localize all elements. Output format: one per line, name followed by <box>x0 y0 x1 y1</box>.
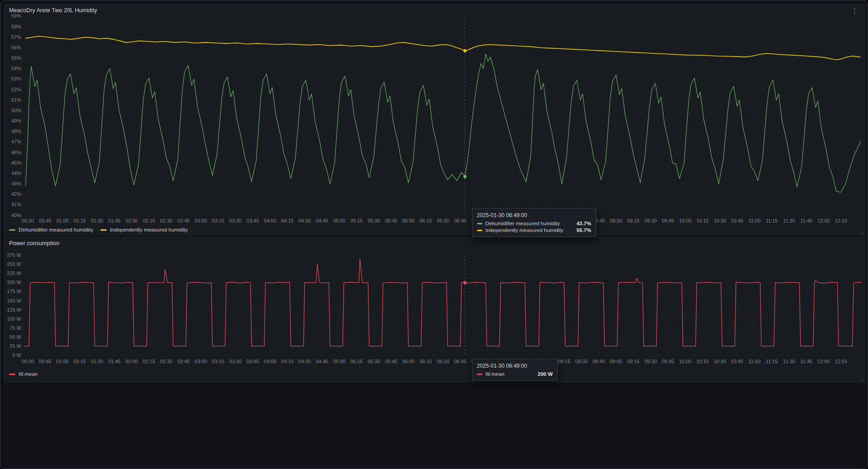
tooltip-row: W.mean200 W <box>477 371 553 377</box>
x-axis-tick-label: 01:30 <box>91 218 103 223</box>
tooltip-series-label: Independently measured humidity <box>486 227 564 233</box>
y-axis-tick-label: 45% <box>11 160 21 166</box>
x-axis-tick-label: 09:45 <box>662 218 674 223</box>
legend-swatch-icon <box>100 229 107 231</box>
x-axis-tick-label: 11:00 <box>748 218 760 223</box>
panel-resize-handle[interactable] <box>860 378 864 382</box>
y-axis-tick-label: 44% <box>11 171 21 176</box>
x-axis-tick-label: 02:30 <box>160 218 172 223</box>
x-axis-tick-label: 02:15 <box>143 218 155 223</box>
panel-resize-handle[interactable] <box>860 230 864 234</box>
y-axis-tick-label: 47% <box>11 139 21 144</box>
x-axis-tick-label: 01:45 <box>108 218 120 223</box>
y-axis-tick-label: 41% <box>11 202 21 207</box>
crosshair-point <box>463 281 467 284</box>
x-axis-tick-label: 01:30 <box>91 359 103 364</box>
x-axis-tick-label: 10:15 <box>696 359 708 364</box>
tooltip-series-swatch-icon <box>477 223 482 224</box>
tooltip-row: Independently measured humidity55.7% <box>477 227 591 233</box>
x-axis-tick-label: 04:00 <box>264 218 276 223</box>
y-axis-tick-label: 100 W <box>7 316 21 322</box>
x-axis-tick-label: 05:30 <box>368 218 380 223</box>
y-axis-tick-label: 40% <box>11 213 21 218</box>
x-axis-tick-label: 03:00 <box>195 359 207 364</box>
panel-power: Power consumption 275 W250 W225 W200 W17… <box>4 237 865 383</box>
tooltip-row: Dehumidifier measured humidity43.7% <box>477 221 591 226</box>
x-axis-tick-label: 09:30 <box>644 359 656 364</box>
x-axis-tick-label: 08:45 <box>593 359 605 364</box>
crosshair-point <box>463 49 467 52</box>
x-axis-tick-label: 12:00 <box>817 359 830 364</box>
tooltip-series-label: Dehumidifier measured humidity <box>486 221 560 226</box>
y-axis-tick-label: 150 W <box>7 298 21 303</box>
tooltip-series-value: 200 W <box>528 371 552 377</box>
legend-swatch-icon <box>9 374 15 375</box>
power-chart-plot[interactable]: 275 W250 W225 W200 W175 W150 W125 W100 W… <box>5 237 864 382</box>
x-axis-tick-label: 03:15 <box>212 359 224 364</box>
kebab-menu-icon[interactable]: ⋮ <box>849 6 860 15</box>
legend-item[interactable]: Dehumidifier measured humidity <box>9 227 93 232</box>
x-axis-tick-label: 05:15 <box>350 218 363 223</box>
tooltip-series-value: 43.7% <box>566 221 591 226</box>
y-axis-tick-label: 50 W <box>9 334 21 340</box>
y-axis-tick-label: 51% <box>11 97 21 103</box>
x-axis-tick-label: 04:45 <box>316 218 328 223</box>
humidity-chart-plot[interactable]: 59%58%57%56%55%54%53%52%51%50%49%48%47%4… <box>5 5 864 235</box>
tooltip-timestamp: 2025-01-30 06:49:00 <box>477 212 591 218</box>
x-axis-tick-label: 09:45 <box>662 359 674 364</box>
x-axis-tick-label: 05:00 <box>333 218 345 223</box>
x-axis-tick-label: 06:30 <box>437 359 449 364</box>
x-axis-tick-label: 04:45 <box>316 359 328 364</box>
panel-header: MeacoDry Arete Two 20L Humidity ⋮ <box>5 5 864 16</box>
y-axis-tick-label: 125 W <box>7 307 21 313</box>
x-axis-tick-label: 02:15 <box>143 359 155 364</box>
legend-label: Dehumidifier measured humidity <box>19 227 93 232</box>
y-axis-tick-label: 54% <box>11 66 21 71</box>
x-axis-tick-label: 01:15 <box>74 218 86 223</box>
legend-item[interactable]: Independently measured humidity <box>100 227 188 232</box>
crosshair-point <box>463 175 467 178</box>
x-axis-tick-label: 11:45 <box>800 359 812 364</box>
x-axis-tick-label: 02:00 <box>125 359 137 364</box>
x-axis-tick-label: 01:45 <box>108 359 120 364</box>
x-axis-tick-label: 06:15 <box>420 359 432 364</box>
x-axis-tick-label: 06:00 <box>402 218 415 223</box>
x-axis-tick-label: 09:00 <box>610 359 622 364</box>
x-axis-tick-label: 12:00 <box>817 218 830 223</box>
tooltip-series-swatch-icon <box>477 374 482 375</box>
legend-item[interactable]: W.mean <box>9 371 38 377</box>
x-axis-tick-label: 06:15 <box>420 218 432 223</box>
x-axis-tick-label: 08:30 <box>575 359 587 364</box>
panel-title: Power consumption <box>9 240 59 246</box>
tooltip-series-value: 55.7% <box>566 227 591 233</box>
x-axis-tick-label: 00:45 <box>39 218 51 223</box>
x-axis-tick-label: 11:15 <box>766 218 778 223</box>
x-axis-tick-label: 01:15 <box>74 359 86 364</box>
panel-humidity: MeacoDry Arete Two 20L Humidity ⋮ 59%58%… <box>4 4 865 235</box>
tooltip-series-swatch-icon <box>477 230 482 231</box>
x-axis-tick-label: 12:15 <box>835 359 847 364</box>
y-axis-tick-label: 43% <box>11 181 21 186</box>
x-axis-tick-label: 02:00 <box>125 218 137 223</box>
x-axis-tick-label: 10:00 <box>679 218 691 223</box>
panel-title: MeacoDry Arete Two 20L Humidity <box>9 7 97 14</box>
x-axis-tick-label: 11:00 <box>748 359 760 364</box>
x-axis-tick-label: 01:00 <box>56 218 68 223</box>
x-axis-tick-label: 02:30 <box>160 359 172 364</box>
x-axis-tick-label: 00:30 <box>22 359 34 364</box>
legend-label: Independently measured humidity <box>110 227 188 232</box>
panel-header: Power consumption <box>5 237 864 249</box>
x-axis-tick-label: 03:15 <box>212 218 224 223</box>
power-legend: W.mean <box>9 371 38 377</box>
x-axis-tick-label: 03:00 <box>195 218 207 223</box>
tooltip-series-label: W.mean <box>486 371 505 377</box>
x-axis-tick-label: 02:45 <box>177 218 189 223</box>
x-axis-tick-label: 00:45 <box>39 359 51 364</box>
x-axis-tick-label: 06:30 <box>437 218 449 223</box>
x-axis-tick-label: 11:30 <box>783 218 795 223</box>
x-axis-tick-label: 03:30 <box>229 218 241 223</box>
y-axis-tick-label: 250 W <box>7 261 21 267</box>
x-axis-tick-label: 10:45 <box>731 218 743 223</box>
x-axis-tick-label: 04:15 <box>281 359 293 364</box>
x-axis-tick-label: 03:45 <box>246 359 259 364</box>
